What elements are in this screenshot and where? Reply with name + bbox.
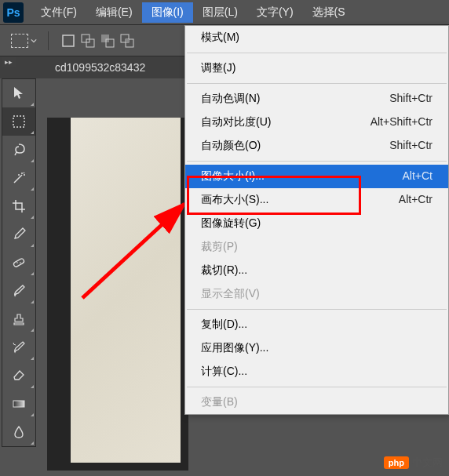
app-logo: Ps (3, 2, 24, 23)
selection-add-icon[interactable] (79, 32, 97, 49)
menu-image[interactable]: 图像(I) (142, 2, 193, 23)
clone-stamp-tool[interactable] (2, 305, 35, 333)
image-menu-dropdown: 模式(M) 调整(J) 自动色调(N)Shift+Ctr 自动对比度(U)Alt… (184, 25, 449, 415)
menu-canvas-size[interactable]: 画布大小(S)...Alt+Ctr (185, 188, 448, 212)
menu-duplicate[interactable]: 复制(D)... (185, 313, 448, 336)
menu-select[interactable]: 选择(S (303, 2, 355, 23)
menu-reveal-all: 显示全部(V) (185, 282, 448, 306)
wand-icon (11, 170, 27, 186)
brush-icon (11, 283, 27, 299)
menu-image-size[interactable]: 图像大小(I)...Alt+Ct (185, 165, 448, 188)
menu-auto-tone[interactable]: 自动色调(N)Shift+Ctr (185, 87, 448, 111)
menu-bar: Ps 文件(F) 编辑(E) 图像(I) 图层(L) 文字(Y) 选择(S (0, 0, 449, 25)
svg-point-10 (16, 262, 18, 263)
crop-tool[interactable] (2, 192, 35, 220)
menu-apply-image[interactable]: 应用图像(Y)... (185, 336, 448, 360)
watermark-text: 中文网 (412, 456, 443, 470)
selection-new-icon[interactable] (60, 32, 77, 49)
eraser-icon (11, 368, 27, 383)
menu-auto-contrast[interactable]: 自动对比度(U)Alt+Shift+Ctr (185, 111, 448, 134)
gradient-tool[interactable] (2, 390, 35, 418)
document-tab[interactable]: cd1099532c83432 (47, 58, 153, 77)
move-tool[interactable] (2, 79, 35, 107)
droplet-icon (11, 424, 27, 440)
menu-variables: 变量(B) (185, 391, 448, 414)
stamp-icon (11, 311, 27, 327)
menu-layer[interactable]: 图层(L) (193, 2, 247, 23)
marquee-icon (11, 114, 27, 129)
chevron-down-icon[interactable] (31, 38, 37, 44)
magic-wand-tool[interactable] (2, 164, 35, 192)
menu-mode[interactable]: 模式(M) (185, 26, 448, 49)
svg-rect-0 (63, 35, 74, 46)
lasso-tool[interactable] (2, 136, 35, 164)
menu-file[interactable]: 文件(F) (31, 2, 86, 23)
menu-type[interactable]: 文字(Y) (247, 2, 303, 23)
tool-preview-icon[interactable] (11, 32, 28, 49)
eyedropper-icon (11, 227, 27, 242)
menu-calculations[interactable]: 计算(C)... (185, 360, 448, 383)
marquee-tool[interactable] (2, 107, 35, 136)
canvas-area (47, 118, 188, 471)
menu-crop: 裁剪(P) (185, 235, 448, 259)
menu-trim[interactable]: 裁切(R)... (185, 259, 448, 282)
selection-subtract-icon[interactable] (99, 32, 116, 49)
selection-intersect-icon[interactable] (119, 32, 136, 49)
menu-adjustments[interactable]: 调整(J) (185, 56, 448, 80)
tools-panel (2, 78, 36, 447)
watermark: php 中文网 (384, 456, 443, 470)
menu-image-rotation[interactable]: 图像旋转(G) (185, 212, 448, 235)
gradient-icon (11, 396, 27, 412)
watermark-badge: php (384, 456, 409, 469)
eyedropper-tool[interactable] (2, 220, 35, 249)
menu-auto-color[interactable]: 自动颜色(O)Shift+Ctr (185, 134, 448, 158)
healing-brush-tool[interactable] (2, 249, 35, 277)
svg-rect-12 (13, 401, 24, 407)
move-icon (11, 85, 27, 101)
brush-tool[interactable] (2, 277, 35, 305)
svg-rect-3 (101, 35, 109, 42)
svg-rect-8 (13, 116, 24, 127)
bandaid-icon (11, 255, 27, 271)
canvas[interactable] (71, 118, 181, 463)
lasso-icon (11, 142, 27, 158)
expand-panel-icon[interactable]: ▸▸ (2, 56, 16, 67)
eraser-tool[interactable] (2, 362, 35, 390)
menu-edit[interactable]: 编辑(E) (86, 2, 142, 23)
svg-point-11 (20, 262, 21, 263)
history-brush-tool[interactable] (2, 333, 35, 362)
svg-rect-9 (13, 258, 24, 267)
svg-rect-7 (126, 39, 129, 42)
crop-icon (11, 198, 27, 214)
svg-rect-2 (86, 39, 94, 47)
blur-tool[interactable] (2, 418, 35, 446)
svg-rect-1 (82, 35, 89, 42)
history-brush-icon (11, 340, 27, 355)
